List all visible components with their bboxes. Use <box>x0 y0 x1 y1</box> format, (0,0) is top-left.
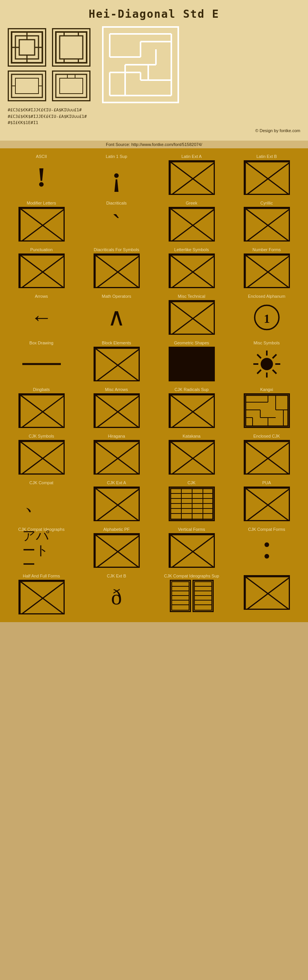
svg-line-50 <box>245 208 289 240</box>
symbol-extra <box>244 575 290 610</box>
symbol-latin1sup: ¡ <box>94 160 140 195</box>
symbol-cjk <box>169 487 215 521</box>
grid-item-latin-ext-b: Latin Ext B <box>232 154 301 195</box>
symbol-cjk-compat-forms <box>244 533 290 568</box>
symbol-cjk-ext-b: ð <box>94 580 140 614</box>
grid-item-arrows: Arrows ← <box>7 294 76 335</box>
label-misc-arrows: Misc Arrows <box>105 387 128 392</box>
symbol-diacriticals-sym <box>94 253 140 288</box>
symbol-cjk-compat-ideo-sup <box>170 580 214 612</box>
grid-item-ascii: ASCII ! <box>7 154 76 195</box>
svg-line-117 <box>95 488 139 520</box>
label-cjk-ext-a: CJK Ext A <box>107 480 126 485</box>
grid-item-cjk-ext-a: CJK Ext A <box>82 480 151 521</box>
grid-item-vertical: Vertical Forms <box>157 527 226 568</box>
label-pua: PUA <box>262 480 271 485</box>
symbol-hiragana <box>94 440 140 475</box>
svg-line-65 <box>170 301 214 334</box>
grid-item-diacriticals: Diacriticals ` <box>82 201 151 242</box>
label-greek: Greek <box>186 201 198 205</box>
label-cjk-sym: CJK Symbols <box>28 434 54 438</box>
symbol-box-draw <box>18 347 65 381</box>
grid-row-6: Dingbats Misc Arrows CJK Radicals Sup Ka… <box>0 385 308 430</box>
copyright: © Design by fontke.com <box>8 128 300 133</box>
symbol-latin-ext-b <box>244 160 290 195</box>
header-section: Hei-Diagonal Std E <box>0 0 308 141</box>
grid-item-diacriticals-sym: Diacriticals For Symbols <box>82 247 151 288</box>
symbol-cjk-compat-sup-2 <box>192 580 214 612</box>
grid-item-letterlike: Letterlike Symbols <box>157 247 226 288</box>
svg-point-139 <box>264 554 269 559</box>
svg-line-44 <box>20 208 64 240</box>
grid-row-2: Modifier Letters Diacriticals ` Greek Cy… <box>0 199 308 243</box>
grid-item-enclosed-cjk: Enclosed CJK <box>232 434 301 475</box>
label-kangxi: Kangxi <box>260 387 273 392</box>
grid-item-pua: PUA <box>232 480 301 521</box>
grid-row-1: ASCII ! Latin 1 Sup ¡ Latin Ext A Latin … <box>0 152 308 197</box>
svg-line-41 <box>245 161 289 194</box>
label-latin-ext-b: Latin Ext B <box>256 154 277 159</box>
svg-rect-7 <box>56 32 87 63</box>
grid-item-misc-tech: Misc Technical <box>157 294 226 335</box>
svg-line-56 <box>95 255 139 287</box>
svg-rect-10 <box>78 32 79 36</box>
svg-line-79 <box>257 354 261 358</box>
symbol-kangxi <box>244 393 290 428</box>
label-enclosed-alpha: Enclosed Alphanum <box>248 294 285 299</box>
label-punctuation: Punctuation <box>30 247 52 252</box>
grid-item-half-full: Half And Full Forms <box>7 574 76 614</box>
font-title: Hei-Diagonal Std E <box>8 8 300 20</box>
symbol-misc-sym <box>244 347 290 381</box>
symbol-punctuation <box>18 253 65 288</box>
symbol-block-elem <box>94 347 140 381</box>
svg-text:1: 1 <box>264 312 270 326</box>
label-ascii: ASCII <box>36 154 47 159</box>
label-box-draw: Box Drawing <box>29 341 53 345</box>
symbol-misc-arrows <box>94 393 140 428</box>
grid-item-modifier: Modifier Letters <box>7 201 76 242</box>
grid-item-cjk-compat-ideo: CJK Compat Ideographs アパ ート ー <box>7 527 76 568</box>
symbol-dingbats <box>18 393 65 428</box>
svg-line-82 <box>257 370 261 374</box>
grid-item-cjk-compat: CJK Compat 、 <box>7 480 76 521</box>
svg-rect-12 <box>78 59 79 63</box>
svg-line-114 <box>245 441 289 473</box>
label-arrows: Arrows <box>35 294 48 299</box>
label-latin-ext-a: Latin Ext A <box>181 154 202 159</box>
grid-item-extra <box>232 574 301 614</box>
svg-line-155 <box>245 576 289 609</box>
svg-line-47 <box>170 208 214 240</box>
svg-rect-2 <box>19 40 35 55</box>
symbol-diacriticals: ` <box>94 207 140 242</box>
svg-line-140 <box>20 581 64 613</box>
svg-line-108 <box>95 441 139 473</box>
svg-line-53 <box>20 255 64 287</box>
grid-item-cjk: CJK <box>157 480 226 521</box>
label-cjk-rad: CJK Radicals Sup <box>174 387 209 392</box>
preview-glyph-4 <box>52 70 90 101</box>
label-dingbats: Dingbats <box>33 387 50 392</box>
preview-glyph-1 <box>8 28 46 67</box>
label-cjk-compat-forms: CJK Compat Forms <box>248 527 285 532</box>
label-letterlike: Letterlike Symbols <box>174 247 209 252</box>
grid-item-kangxi: Kangxi <box>232 387 301 428</box>
symbol-cjk-compat-ideo: アパ ート ー <box>18 533 65 568</box>
grid-item-dingbats: Dingbats <box>7 387 76 428</box>
svg-line-38 <box>170 161 214 194</box>
symbol-cjk-compat-sup-1 <box>170 580 191 612</box>
grid-item-cjk-compat-ideo-sup: CJK Compat Ideographs Sup <box>157 574 226 614</box>
grid-item-cjk-rad: CJK Radicals Sup <box>157 387 226 428</box>
svg-rect-8 <box>60 36 83 59</box>
symbol-math: ∧ <box>94 300 140 335</box>
svg-line-83 <box>20 394 64 427</box>
grid-row-9: CJK Compat Ideographs アパ ート ー Alphabetic… <box>0 525 308 570</box>
svg-rect-11 <box>64 59 65 63</box>
svg-line-81 <box>273 354 276 358</box>
grid-item-latin1sup: Latin 1 Sup ¡ <box>82 154 151 195</box>
preview-glyph-3 <box>8 70 46 101</box>
svg-line-62 <box>245 255 289 287</box>
svg-rect-18 <box>60 78 83 94</box>
svg-line-71 <box>95 348 139 380</box>
grid-item-block-elem: Block Elements <box>82 341 151 381</box>
label-block-elem: Block Elements <box>102 341 131 345</box>
